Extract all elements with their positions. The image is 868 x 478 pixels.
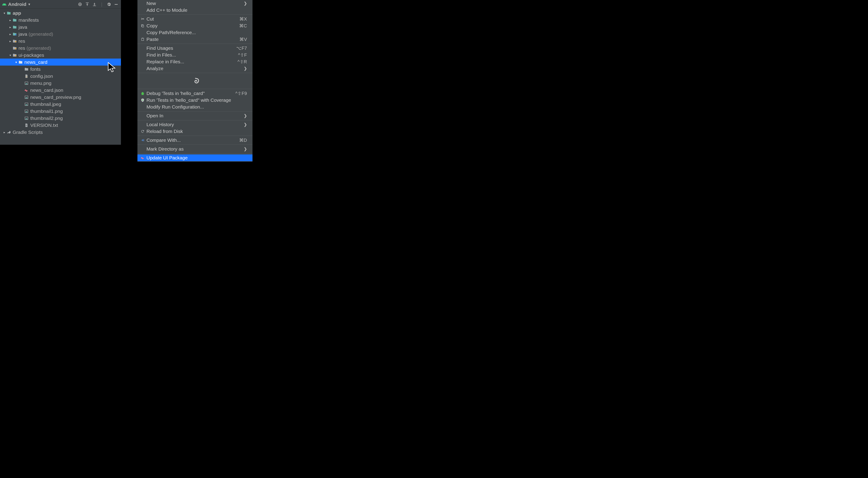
tree-node-manifests[interactable]: ▸ manifests: [0, 17, 121, 24]
tree-node-label: app: [13, 11, 21, 16]
tree-node-annotation: (generated): [26, 46, 51, 51]
menu-item-label: Find in Files...: [147, 52, 238, 58]
folder-icon: [18, 60, 23, 65]
tree-node-java[interactable]: ▸ java: [0, 24, 121, 31]
menu-item-copy-path[interactable]: Copy Path/Reference...: [137, 29, 252, 36]
menu-item-label: Find Usages: [147, 46, 236, 51]
menu-item-update-ui-package[interactable]: Update UI Package: [137, 154, 252, 161]
tree-node-news-card[interactable]: ▾ news_card: [0, 59, 121, 66]
tree-node-label: news_card.json: [30, 88, 63, 92]
menu-item-local-history[interactable]: Local History ❯: [137, 121, 252, 128]
gear-icon[interactable]: [106, 1, 112, 7]
tree-file-news-card-preview[interactable]: news_card_preview.png: [0, 94, 121, 100]
menu-item-reload-from-disk[interactable]: Reload from Disk: [137, 128, 252, 135]
expand-all-icon[interactable]: [84, 1, 90, 7]
menu-item-label: New: [147, 1, 244, 6]
chevron-right-icon[interactable]: ▸: [8, 26, 12, 29]
image-file-icon: [24, 95, 29, 100]
tree-node-label: news_card: [24, 60, 48, 64]
project-panel-header[interactable]: Android ▼ |: [0, 0, 121, 8]
select-opened-file-icon[interactable]: [77, 1, 83, 7]
svg-marker-17: [25, 111, 28, 112]
relay-package-icon: [24, 88, 29, 93]
tree-file-thumbnail2[interactable]: thumbnail2.png: [0, 115, 121, 122]
menu-item-replace-in-files[interactable]: Replace in Files... ^⇧R: [137, 58, 252, 65]
menu-item-open-in[interactable]: Open In ❯: [137, 112, 252, 119]
project-view-selector[interactable]: Android: [8, 2, 26, 6]
tree-node-fonts[interactable]: fonts: [0, 66, 121, 72]
chevron-right-icon[interactable]: ▸: [8, 33, 12, 36]
tree-node-app[interactable]: ▾ app: [0, 9, 121, 17]
menu-item-find-in-files[interactable]: Find in Files... ^⇧F: [137, 52, 252, 58]
menu-item-label: Analyze: [147, 66, 244, 71]
tree-node-annotation: (generated): [29, 32, 53, 36]
tree-node-label: news_card_preview.png: [30, 95, 81, 99]
menu-item-modify-run-config[interactable]: Modify Run Configuration...: [137, 103, 252, 110]
tree-node-label: config.json: [30, 74, 53, 79]
tree-node-java-generated[interactable]: ▸ java (generated): [0, 31, 121, 37]
menu-shortcut: ⌥F7: [236, 46, 247, 51]
tree-node-res[interactable]: ▸ res: [0, 37, 121, 44]
tree-node-label: VERSION.txt: [30, 123, 58, 127]
collapse-all-icon[interactable]: [92, 1, 97, 7]
chevron-right-icon[interactable]: ▸: [8, 19, 12, 22]
menu-item-add-cpp[interactable]: Add C++ to Module: [137, 7, 252, 13]
resource-folder-icon: [12, 39, 17, 43]
menu-item-mark-directory-as[interactable]: Mark Directory as ❯: [137, 146, 252, 152]
svg-rect-3: [115, 4, 118, 5]
menu-item-label: Copy Path/Reference...: [147, 30, 247, 35]
svg-rect-8: [15, 55, 17, 56]
menu-item-label: Update UI Package: [147, 155, 247, 160]
tree-file-news-card-json[interactable]: news_card.json: [0, 87, 121, 94]
tree-node-ui-packages[interactable]: ▾ ui-packages: [0, 52, 121, 59]
menu-item-copy[interactable]: Copy ⌘C: [137, 22, 252, 29]
menu-item-paste[interactable]: Paste ⌘V: [137, 36, 252, 43]
divider-icon: |: [99, 1, 105, 7]
project-tree[interactable]: ▾ app ▸ manifests ▸ java ▸: [0, 8, 121, 136]
chevron-right-icon[interactable]: ▸: [8, 39, 12, 43]
coverage-icon: [140, 98, 145, 103]
menu-item-run-coverage[interactable]: Run 'Tests in 'hello_card'' with Coverag…: [137, 97, 252, 103]
menu-item-analyze[interactable]: Analyze ❯: [137, 65, 252, 72]
tree-file-config-json[interactable]: { } config.json: [0, 72, 121, 80]
folder-icon: [12, 25, 17, 30]
menu-item-cut[interactable]: ✂ Cut ⌘X: [137, 16, 252, 22]
resource-folder-icon: [12, 53, 17, 58]
menu-item-find-usages[interactable]: Find Usages ⌥F7: [137, 45, 252, 52]
image-file-icon: [24, 109, 29, 114]
image-file-icon: [24, 81, 29, 86]
folder-icon: [24, 67, 29, 72]
menu-item-label: Paste: [147, 37, 239, 42]
menu-item-new[interactable]: New ❯: [137, 0, 252, 7]
menu-item-label: Mark Directory as: [147, 146, 244, 152]
menu-shortcut: ^⇧R: [238, 59, 247, 64]
svg-marker-13: [25, 97, 28, 98]
hide-panel-icon[interactable]: [113, 1, 119, 7]
tree-node-gradle-scripts[interactable]: ▸ Gradle Scripts: [0, 129, 121, 136]
tree-node-label: ui-packages: [19, 53, 44, 57]
chevron-down-icon[interactable]: ▾: [2, 11, 6, 15]
context-menu: New ❯ Add C++ to Module ✂ Cut ⌘X Copy ⌘C…: [137, 0, 252, 162]
tree-node-res-generated[interactable]: ▸ res (generated): [0, 44, 121, 52]
reload-icon: [140, 129, 145, 134]
menu-item-label: Copy: [147, 23, 239, 29]
menu-item-debug-tests[interactable]: Debug 'Tests in 'hello_card'' ^⇧F9: [137, 90, 252, 97]
menu-item-label: Add C++ to Module: [147, 7, 247, 13]
svg-point-4: [9, 13, 10, 14]
relay-package-icon: [140, 155, 145, 160]
tree-node-label: res: [19, 46, 25, 51]
json-file-icon: { }: [24, 74, 29, 79]
menu-item-compare-with[interactable]: Compare With... ⌘D: [137, 137, 252, 144]
tree-node-label: java: [19, 32, 27, 36]
chevron-down-icon[interactable]: ▾: [14, 61, 18, 64]
tree-file-thumbnail1[interactable]: thumbnail1.png: [0, 108, 121, 115]
chevron-right-icon[interactable]: ▸: [2, 131, 6, 134]
chevron-down-icon[interactable]: ▾: [8, 54, 12, 57]
tree-file-thumbnail-jpeg[interactable]: thumbnail.jpeg: [0, 100, 121, 108]
menu-shortcut: ⌘D: [239, 138, 247, 143]
tree-file-menu-png[interactable]: menu.png: [0, 80, 121, 87]
chevron-down-icon[interactable]: ▼: [28, 3, 31, 6]
menu-item-label: Replace in Files...: [147, 59, 238, 64]
paste-icon: [140, 37, 145, 42]
tree-file-version-txt[interactable]: VERSION.txt: [0, 122, 121, 129]
